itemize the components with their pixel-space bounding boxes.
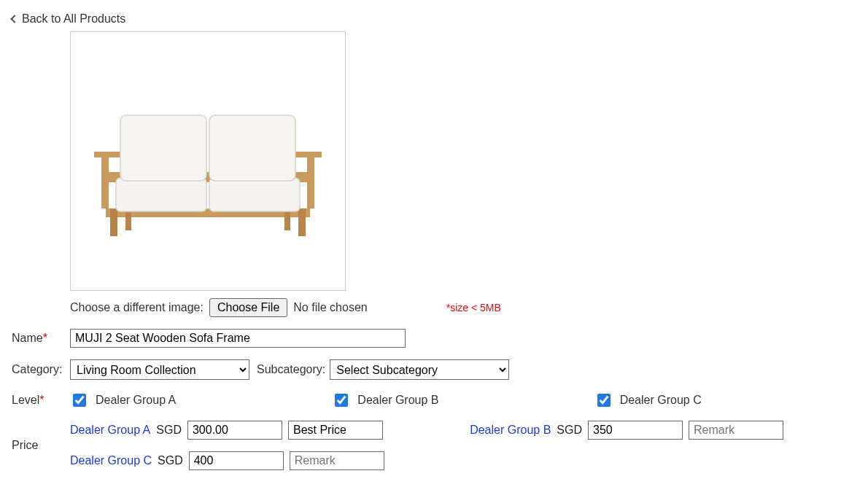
chevron-left-icon — [10, 15, 18, 23]
level-item-a[interactable]: Dealer Group A — [70, 391, 332, 409]
remark-input-c[interactable] — [290, 451, 384, 470]
size-note: *size < 5MB — [446, 302, 501, 313]
product-image — [70, 31, 346, 291]
level-label: Level — [12, 394, 39, 406]
currency-c: SGD — [158, 454, 183, 467]
level-checkbox-a[interactable] — [73, 394, 86, 407]
subcategory-label: Subcategory: — [257, 363, 325, 376]
currency-a: SGD — [156, 424, 182, 437]
required-marker: * — [39, 394, 44, 406]
svg-rect-4 — [298, 209, 306, 236]
dealer-link-a[interactable]: Dealer Group A — [70, 424, 150, 437]
level-item-b[interactable]: Dealer Group B — [332, 391, 594, 409]
back-link[interactable]: Back to All Products — [12, 12, 125, 26]
level-label-a: Dealer Group A — [96, 394, 176, 407]
currency-b: SGD — [557, 424, 582, 437]
choose-file-button[interactable]: Choose File — [209, 298, 287, 317]
name-label: Name — [12, 332, 43, 344]
sofa-icon — [91, 85, 325, 238]
price-cell-b: Dealer Group B SGD — [470, 421, 783, 440]
price-cell-c: Dealer Group C SGD — [70, 451, 384, 470]
category-label: Category: — [12, 363, 62, 375]
svg-rect-10 — [120, 115, 206, 181]
back-link-label: Back to All Products — [22, 12, 125, 26]
dealer-link-c[interactable]: Dealer Group C — [70, 454, 152, 467]
level-checkbox-b[interactable] — [335, 394, 348, 407]
price-cell-a: Dealer Group A SGD — [70, 421, 383, 440]
name-input[interactable] — [70, 329, 406, 348]
level-checkbox-c[interactable] — [597, 394, 611, 407]
level-item-c[interactable]: Dealer Group C — [594, 391, 856, 409]
level-label-c: Dealer Group C — [620, 394, 702, 407]
svg-rect-8 — [116, 178, 206, 211]
required-marker: * — [43, 332, 47, 344]
remark-input-b[interactable] — [689, 421, 783, 440]
price-label: Price — [12, 439, 38, 451]
category-select[interactable]: Living Room Collection — [70, 359, 249, 380]
level-label-b: Dealer Group B — [357, 394, 438, 407]
price-input-b[interactable] — [588, 421, 683, 440]
svg-rect-9 — [209, 178, 300, 211]
remark-input-a[interactable] — [288, 421, 383, 440]
svg-rect-11 — [209, 115, 295, 181]
subcategory-select[interactable]: Select Subcategory — [330, 359, 509, 380]
price-input-a[interactable] — [187, 421, 282, 440]
file-status: No file chosen — [293, 301, 367, 314]
choose-image-label: Choose a different image: — [70, 301, 204, 314]
price-input-c[interactable] — [189, 451, 284, 470]
dealer-link-b[interactable]: Dealer Group B — [470, 424, 551, 437]
svg-rect-2 — [110, 209, 117, 236]
